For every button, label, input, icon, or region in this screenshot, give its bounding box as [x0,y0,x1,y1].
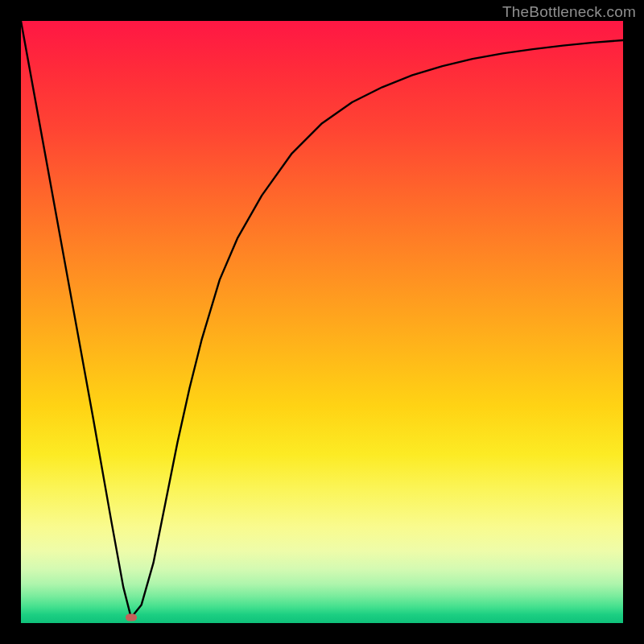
attribution-text: TheBottleneck.com [502,3,636,21]
minimum-marker [126,614,137,621]
chart-stage: TheBottleneck.com [0,0,644,644]
bottleneck-curve [21,21,623,623]
curve-path [21,21,623,617]
plot-area [21,21,623,623]
